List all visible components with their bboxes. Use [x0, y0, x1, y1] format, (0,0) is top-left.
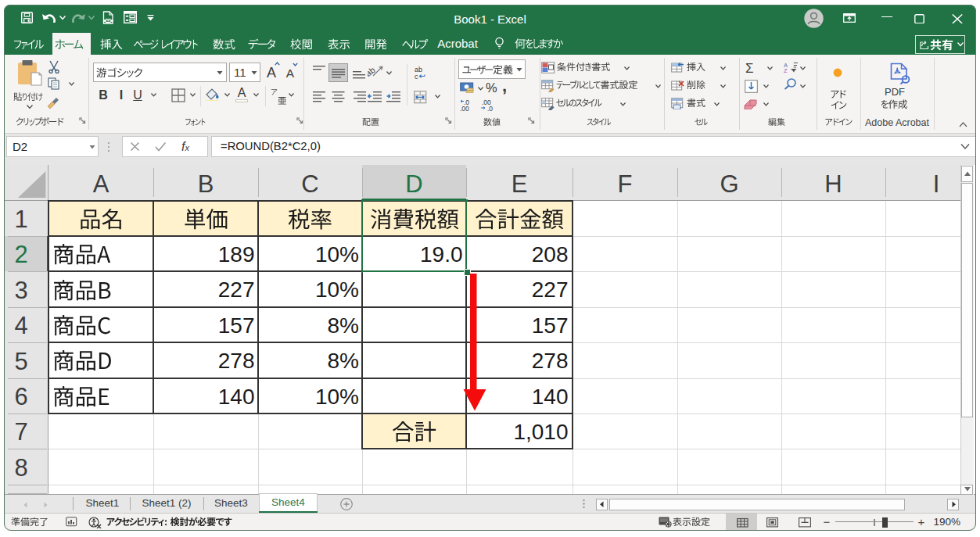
- svg-text:ab: ab: [368, 65, 377, 78]
- svg-text:Z: Z: [784, 67, 788, 73]
- svg-text:.0: .0: [487, 105, 493, 111]
- svg-text:c: c: [415, 73, 418, 79]
- svg-text:.00: .00: [460, 105, 469, 111]
